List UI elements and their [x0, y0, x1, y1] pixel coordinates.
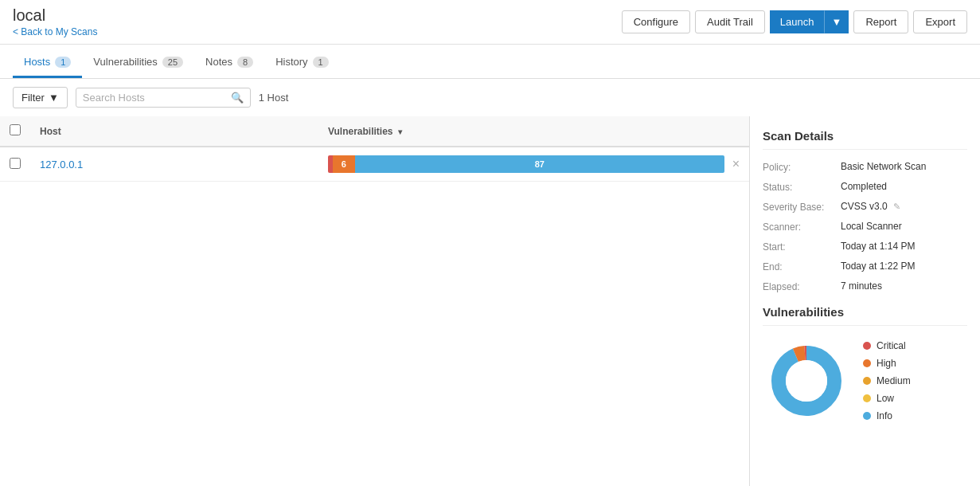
- header-actions: Configure Audit Trail Launch ▼ Report Ex…: [622, 10, 967, 33]
- table-body: 127.0.0.1 6 87: [0, 147, 749, 182]
- detail-status: Status: Completed: [763, 181, 967, 193]
- row-checkbox[interactable]: [10, 158, 21, 169]
- launch-main-button[interactable]: Launch: [770, 10, 825, 33]
- legend-low: Low: [863, 393, 911, 404]
- severity-edit-icon[interactable]: ✎: [893, 202, 900, 211]
- scanner-label: Scanner:: [763, 221, 834, 233]
- tab-hosts[interactable]: Hosts 1: [13, 48, 82, 78]
- status-label: Status:: [763, 181, 834, 193]
- end-label: End:: [763, 261, 834, 272]
- bar-info-label: 87: [535, 159, 545, 169]
- legend-info-dot: [863, 412, 871, 420]
- sort-icon: ▾: [398, 127, 402, 136]
- report-button[interactable]: Report: [853, 10, 908, 33]
- detail-end: End: Today at 1:22 PM: [763, 261, 967, 272]
- vuln-bar-cell: 6 87 ×: [328, 155, 740, 173]
- row-vuln-cell: 6 87 ×: [318, 147, 749, 182]
- vuln-chart-area: Critical High Medium Low: [763, 337, 967, 425]
- scan-details-panel: Scan Details Policy: Basic Network Scan …: [749, 116, 980, 486]
- tab-history-badge: 1: [313, 57, 329, 68]
- legend-critical-label: Critical: [877, 340, 906, 351]
- legend-low-dot: [863, 394, 871, 402]
- legend-high-label: High: [877, 358, 896, 369]
- scan-details-title: Scan Details: [763, 129, 967, 150]
- severity-value: CVSS v3.0 ✎: [841, 201, 967, 213]
- table-header: Host Vulnerabilities ▾: [0, 116, 749, 147]
- bar-high: 6: [333, 155, 355, 173]
- tab-vulnerabilities[interactable]: Vulnerabilities 25: [82, 48, 194, 78]
- toolbar: Filter ▼ 🔍 1 Host: [0, 79, 980, 116]
- filter-label: Filter: [21, 92, 45, 104]
- header: local < Back to My Scans Configure Audit…: [0, 0, 980, 45]
- detail-severity: Severity Base: CVSS v3.0 ✎: [763, 201, 967, 213]
- end-value: Today at 1:22 PM: [841, 261, 967, 272]
- content-area: Host Vulnerabilities ▾ 127.0.0.1: [0, 116, 980, 486]
- audit-trail-button[interactable]: Audit Trail: [695, 10, 765, 33]
- vulnerabilities-chart-section: Vulnerabilities: [763, 305, 967, 425]
- start-value: Today at 1:14 PM: [841, 241, 967, 253]
- remove-row-button[interactable]: ×: [732, 157, 740, 171]
- detail-elapsed: Elapsed: 7 minutes: [763, 280, 967, 292]
- host-column-header: Host: [30, 116, 318, 147]
- export-button[interactable]: Export: [913, 10, 967, 33]
- detail-policy: Policy: Basic Network Scan: [763, 161, 967, 173]
- legend-medium: Medium: [863, 375, 911, 386]
- scanner-value: Local Scanner: [841, 221, 967, 233]
- severity-label: Severity Base:: [763, 201, 834, 213]
- filter-button[interactable]: Filter ▼: [13, 87, 68, 108]
- host-name[interactable]: 127.0.0.1: [40, 159, 83, 170]
- tab-hosts-label: Hosts: [24, 56, 50, 68]
- elapsed-label: Elapsed:: [763, 280, 834, 292]
- svg-point-4: [786, 360, 827, 402]
- tab-vulnerabilities-badge: 25: [162, 57, 183, 68]
- hosts-table-area: Host Vulnerabilities ▾ 127.0.0.1: [0, 116, 749, 486]
- tab-vulnerabilities-label: Vulnerabilities: [93, 56, 157, 68]
- select-all-col: [0, 116, 30, 147]
- select-all-checkbox[interactable]: [10, 124, 21, 135]
- app-title: local: [13, 6, 97, 25]
- donut-chart: [763, 337, 850, 425]
- tab-history[interactable]: History 1: [264, 48, 340, 78]
- launch-button-group: Launch ▼: [770, 10, 849, 33]
- legend-medium-label: Medium: [877, 375, 911, 386]
- row-checkbox-cell: [0, 147, 30, 182]
- policy-label: Policy:: [763, 161, 834, 173]
- legend-high-dot: [863, 359, 871, 367]
- legend-low-label: Low: [877, 393, 894, 404]
- vulnerabilities-column-header[interactable]: Vulnerabilities ▾: [318, 116, 749, 147]
- legend-info: Info: [863, 410, 911, 421]
- bar-info: 87: [355, 155, 724, 173]
- tab-hosts-badge: 1: [55, 57, 71, 68]
- legend-critical: Critical: [863, 340, 911, 351]
- vuln-bar: 6 87: [328, 155, 724, 173]
- tab-history-label: History: [275, 56, 307, 68]
- back-to-scans-link[interactable]: < Back to My Scans: [13, 26, 97, 37]
- policy-value: Basic Network Scan: [841, 161, 967, 173]
- status-value: Completed: [841, 181, 967, 193]
- search-icon: 🔍: [231, 92, 244, 104]
- start-label: Start:: [763, 241, 834, 253]
- legend-info-label: Info: [877, 410, 892, 421]
- configure-button[interactable]: Configure: [622, 10, 690, 33]
- hosts-table: Host Vulnerabilities ▾ 127.0.0.1: [0, 116, 749, 182]
- search-input[interactable]: [83, 92, 226, 104]
- legend-medium-dot: [863, 377, 871, 385]
- tab-bar: Hosts 1 Vulnerabilities 25 Notes 8 Histo…: [0, 48, 980, 79]
- filter-chevron-icon: ▼: [49, 92, 59, 104]
- legend-high: High: [863, 358, 911, 369]
- search-box: 🔍: [76, 88, 251, 108]
- row-host-cell: 127.0.0.1: [30, 147, 318, 182]
- bar-high-label: 6: [342, 159, 346, 169]
- donut-svg: [763, 337, 850, 425]
- detail-scanner: Scanner: Local Scanner: [763, 221, 967, 233]
- legend-critical-dot: [863, 342, 871, 350]
- vulnerabilities-chart-title: Vulnerabilities: [763, 305, 967, 326]
- host-count: 1 Host: [259, 92, 289, 104]
- launch-dropdown-button[interactable]: ▼: [825, 10, 849, 33]
- detail-start: Start: Today at 1:14 PM: [763, 241, 967, 253]
- tab-notes-label: Notes: [205, 56, 232, 68]
- elapsed-value: 7 minutes: [841, 280, 967, 292]
- header-left: local < Back to My Scans: [13, 6, 97, 37]
- tab-notes-badge: 8: [237, 57, 253, 68]
- tab-notes[interactable]: Notes 8: [194, 48, 264, 78]
